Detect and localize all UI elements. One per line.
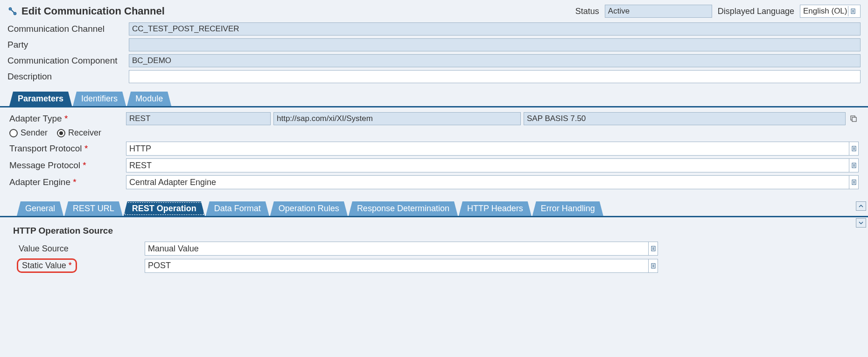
subtab-data-format[interactable]: Data Format: [206, 201, 269, 216]
transport-protocol-label: Transport Protocol *: [9, 143, 126, 154]
comm-component-label: Communication Component: [7, 56, 129, 66]
subtab-response-determination[interactable]: Response Determination: [349, 201, 458, 216]
dropdown-icon: [648, 259, 658, 272]
adapter-namespace-field: http://sap.com/xi/XI/System: [273, 112, 521, 125]
displayed-language-label: Displayed Language: [718, 7, 794, 16]
svg-line-2: [11, 10, 14, 13]
main-tabs: Parameters Identifiers Module: [0, 92, 868, 107]
adapter-swcv-field: SAP BASIS 7.50: [524, 112, 846, 125]
direction-receiver-radio[interactable]: Receiver: [57, 128, 101, 138]
description-label: Description: [7, 71, 129, 82]
static-value-label: Static Value: [22, 261, 66, 270]
comm-channel-label: Communication Channel: [7, 24, 129, 34]
static-value-label-highlight: Static Value *: [17, 258, 77, 273]
comm-component-field: BC_DEMO: [129, 54, 861, 67]
displayed-language-select[interactable]: English (OL): [800, 5, 861, 18]
tab-identifiers[interactable]: Identifiers: [73, 92, 126, 106]
direction-sender-radio[interactable]: Sender: [9, 128, 48, 138]
value-source-label: Value Source: [19, 244, 145, 254]
transport-protocol-select[interactable]: HTTP: [126, 142, 859, 156]
tabs-scroll-up[interactable]: [856, 201, 866, 211]
http-operation-source-title: HTTP Operation Source: [13, 226, 843, 236]
message-protocol-select[interactable]: REST: [126, 158, 859, 172]
sub-tabs: General REST URL REST Operation Data For…: [0, 201, 868, 217]
status-field: Active: [605, 5, 712, 18]
static-value-select[interactable]: POST: [145, 259, 658, 273]
subtab-general[interactable]: General: [17, 201, 63, 216]
tab-module[interactable]: Module: [127, 92, 171, 106]
dropdown-icon: [849, 142, 858, 155]
party-field: [129, 38, 861, 51]
subtab-rest-operation[interactable]: REST Operation: [124, 201, 205, 216]
subtab-http-headers[interactable]: HTTP Headers: [459, 201, 532, 216]
message-protocol-label: Message Protocol *: [9, 160, 126, 171]
adapter-engine-label: Adapter Engine *: [9, 177, 126, 187]
page-title: Edit Communication Channel: [7, 5, 575, 17]
adapter-engine-select[interactable]: Central Adapter Engine: [126, 175, 859, 189]
dropdown-icon: [648, 242, 658, 255]
adapter-type-field[interactable]: REST: [126, 112, 271, 125]
status-label: Status: [575, 7, 599, 16]
subtab-error-handling[interactable]: Error Handling: [532, 201, 603, 216]
subtab-rest-url[interactable]: REST URL: [64, 201, 123, 216]
dropdown-icon: [849, 159, 858, 172]
adapter-type-label: Adapter Type *: [9, 114, 126, 124]
dropdown-icon: [848, 6, 857, 16]
tab-parameters[interactable]: Parameters: [9, 92, 72, 106]
dropdown-icon: [849, 176, 858, 189]
panel-scroll-down[interactable]: [856, 218, 866, 228]
channel-icon: [7, 6, 18, 16]
copy-icon[interactable]: [848, 114, 859, 124]
svg-rect-5: [852, 117, 856, 121]
subtab-operation-rules[interactable]: Operation Rules: [270, 201, 348, 216]
description-field[interactable]: [129, 70, 861, 83]
comm-channel-field: CC_TEST_POST_RECEIVER: [129, 22, 861, 36]
value-source-select[interactable]: Manual Value: [145, 242, 658, 256]
party-label: Party: [7, 40, 129, 50]
